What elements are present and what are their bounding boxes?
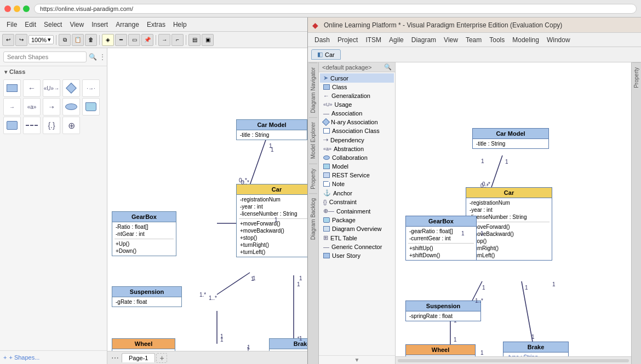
dnp-nary-item[interactable]: N-ary Association [320, 118, 394, 126]
line-button[interactable]: ━ [115, 34, 127, 46]
dnp-scroll-down[interactable]: ▼ [319, 355, 395, 364]
redo-button[interactable]: ↪ [15, 34, 27, 46]
shape-oval[interactable] [62, 98, 80, 115]
zoom-control[interactable]: 100% ▾ [28, 35, 54, 44]
dnp-rest-item[interactable]: REST Service [320, 171, 394, 180]
menu-insert[interactable]: Insert [88, 20, 111, 30]
model-explorer-tab[interactable]: Model Explorer [309, 117, 317, 163]
fill-button[interactable]: ◈ [102, 34, 114, 46]
left-car-class[interactable]: Car -registrationNum -year : int -licens… [236, 184, 307, 257]
pin-button[interactable]: 📌 [141, 34, 153, 46]
dnp-cursor-item[interactable]: ➤ Cursor [320, 73, 394, 83]
layer-button[interactable]: ▣ [202, 34, 214, 46]
dnp-note-item[interactable]: Note [320, 180, 394, 188]
main-diagram[interactable]: 1 0..* 1 1 1 1..* 1 1 1 [396, 62, 631, 364]
shape-diamond[interactable] [62, 79, 80, 97]
shape-abstraction[interactable]: ⇢ [43, 98, 60, 115]
shape-usage[interactable]: «U»→ [43, 79, 60, 97]
dnp-package-item[interactable]: Package [320, 216, 394, 224]
shape-rect2[interactable] [3, 117, 21, 134]
dnp-class-item[interactable]: Class [320, 83, 394, 91]
left-suspension-class[interactable]: Suspension -gRate : float [112, 286, 182, 307]
menu-view[interactable]: View [66, 20, 87, 30]
right-menu-diagram[interactable]: Diagram [408, 35, 439, 45]
right-menu-project[interactable]: Project [334, 35, 361, 45]
right-car-class[interactable]: Car -registrationNum -year : int -licens… [466, 187, 552, 261]
menu-extras[interactable]: Extras [144, 20, 169, 30]
menu-edit[interactable]: Edit [21, 20, 39, 30]
right-gearbox-class[interactable]: GearBox -gearRatio : float[] -currentGea… [405, 216, 477, 261]
undo-button[interactable]: ↩ [2, 34, 14, 46]
page-nav-dots[interactable]: ⋯ [110, 353, 121, 363]
dnp-association-item[interactable]: — Association [320, 109, 394, 118]
dnp-etl-item[interactable]: ⊞ ETL Table [320, 233, 394, 242]
dnp-generalization-item[interactable]: ← Generalization [320, 91, 394, 100]
shape-dashed-line[interactable] [23, 117, 41, 134]
zoom-dropdown-icon[interactable]: ▾ [48, 36, 51, 43]
page-1-tab[interactable]: Page-1 [122, 353, 155, 362]
menu-select[interactable]: Select [41, 20, 65, 30]
right-menu-team[interactable]: Team [462, 35, 485, 45]
dnp-containment-item[interactable]: ⊕— Containment [320, 206, 394, 216]
line-style-button[interactable]: ▭ [128, 34, 140, 46]
left-workspace: 🔍 ⋮ Class ← «U»→ ·→· → «a» ⇢ [0, 48, 307, 364]
dnp-usage-item[interactable]: «U» Usage [320, 100, 394, 109]
right-menu-dash[interactable]: Dash [311, 35, 333, 45]
left-car-model-class[interactable]: Car Model -title : String [236, 119, 307, 140]
right-menu-window[interactable]: Window [543, 35, 574, 45]
dnp-assoc-class-item[interactable]: Association Class [320, 126, 394, 135]
shape-bracket[interactable]: {.} [43, 117, 60, 134]
dnp-user-story-item[interactable]: User Story [320, 251, 394, 260]
shape-dependency[interactable]: ·→· [82, 79, 100, 97]
right-menu-tools[interactable]: Tools [486, 35, 508, 45]
diagram-backlog-tab[interactable]: Diagram Backlog [309, 193, 317, 244]
close-button[interactable] [4, 5, 11, 12]
maximize-button[interactable] [23, 5, 30, 12]
dnp-dependency-item[interactable]: ⇢ Dependency [320, 135, 394, 145]
add-page-button[interactable]: + [156, 353, 167, 363]
minimize-button[interactable] [14, 5, 20, 12]
shape-note[interactable]: «a» [23, 98, 41, 115]
copy-button[interactable]: ⧉ [59, 34, 71, 46]
right-menu-modeling[interactable]: Modeling [509, 35, 542, 45]
diagram-canvas[interactable]: 1 0..* 1 1 1..* 1 1 [107, 48, 307, 351]
dnp-abstraction-item[interactable]: «a» Abstraction [320, 145, 394, 153]
diagram-navigator-tab[interactable]: Diagram Navigator [309, 62, 317, 117]
menu-file[interactable]: File [3, 20, 20, 30]
shapes-menu-icon[interactable]: ⋮ [99, 53, 106, 61]
shape-plus[interactable]: ⊕ [62, 117, 80, 134]
delete-button[interactable]: 🗑 [85, 34, 97, 46]
paste-button[interactable]: 📋 [72, 34, 84, 46]
align-button[interactable]: ▤ [188, 34, 201, 46]
mult-car-brake-1bot: 1 [299, 336, 302, 342]
right-car-model-class[interactable]: Car Model -title : String [472, 128, 549, 149]
dnp-diagram-overview-item[interactable]: Diagram Overview [320, 224, 394, 233]
right-menu-agile[interactable]: Agile [386, 35, 407, 45]
shape-generalization[interactable]: ← [23, 79, 41, 97]
right-suspension-class[interactable]: Suspension -springRate : float [405, 301, 481, 321]
dnp-anchor-item[interactable]: ⚓ Anchor [320, 188, 394, 198]
shape-class[interactable] [3, 79, 21, 97]
shapes-search-input[interactable] [3, 51, 87, 62]
connector-button[interactable]: → [158, 34, 170, 46]
left-wheel-class[interactable]: Wheel -eter : float [112, 338, 175, 351]
right-menu-itsm[interactable]: ITSM [362, 35, 385, 45]
dnp-collaboration-item[interactable]: Collaboration [320, 153, 394, 162]
dnp-search-icon[interactable]: 🔍 [384, 63, 392, 71]
shape-folder[interactable] [82, 98, 100, 115]
left-gearbox-class[interactable]: GearBox -Ratio : float[] -ntGear : int +… [112, 211, 176, 256]
shapes-category-class[interactable]: Class [0, 66, 107, 77]
connector-elbow-button[interactable]: ⌐ [171, 34, 184, 46]
dnp-generic-item[interactable]: — Generic Connector [320, 242, 394, 251]
address-bar[interactable]: https://online.visual-paradigm.com/ [34, 4, 637, 14]
property-sidebar-tab[interactable]: Property [632, 62, 640, 93]
menu-help[interactable]: Help [170, 20, 190, 30]
add-shapes-button[interactable]: + + Shapes... [0, 350, 107, 364]
dnp-constraint-item[interactable]: {} Constraint [320, 198, 394, 206]
car-diagram-tab[interactable]: ◧ Car [311, 49, 341, 60]
shape-association[interactable]: → [3, 98, 21, 115]
right-menu-view[interactable]: View [440, 35, 461, 45]
property-tab-left[interactable]: Property [309, 164, 317, 194]
dnp-model-item[interactable]: Model [320, 162, 394, 171]
menu-arrange[interactable]: Arrange [112, 20, 142, 30]
